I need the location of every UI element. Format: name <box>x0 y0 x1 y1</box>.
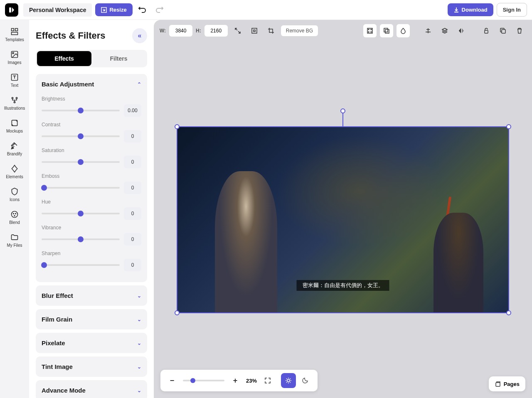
width-input[interactable] <box>169 25 192 37</box>
svg-point-19 <box>371 29 372 30</box>
zoom-out-button[interactable]: − <box>165 374 179 387</box>
svg-rect-24 <box>485 30 488 33</box>
crop-icon[interactable] <box>264 24 278 37</box>
nav-blend[interactable]: Blend <box>2 207 27 228</box>
sharpen-value[interactable]: 0 <box>124 259 141 271</box>
vibrance-label: Vibrance <box>42 225 141 231</box>
section-blur-header[interactable]: Blur Effect ⌄ <box>36 285 147 306</box>
svg-rect-4 <box>12 32 18 35</box>
fit-icon[interactable] <box>248 24 261 37</box>
light-mode-button[interactable] <box>281 373 296 388</box>
effects-panel: Effects & Filters « Effects Filters Basi… <box>29 20 154 398</box>
nav-icons[interactable]: Icons <box>2 184 27 205</box>
download-button[interactable]: Download <box>448 3 493 16</box>
align-icon[interactable] <box>421 24 435 37</box>
brightness-slider[interactable] <box>42 110 120 111</box>
resize-handle-tl[interactable] <box>175 124 180 129</box>
emboss-slider[interactable] <box>42 187 120 189</box>
svg-point-21 <box>371 32 372 32</box>
flip-icon[interactable] <box>455 24 468 37</box>
emboss-value[interactable]: 0 <box>124 182 141 194</box>
section-advance-header[interactable]: Advance Mode ⌄ <box>36 380 147 398</box>
section-pixelate-header[interactable]: Pixelate ⌄ <box>36 333 147 353</box>
section-tint-header[interactable]: Tint Image ⌄ <box>36 356 147 377</box>
emboss-label: Emboss <box>42 173 141 179</box>
saturation-value[interactable]: 0 <box>124 156 141 168</box>
sharpen-slider[interactable] <box>42 264 120 266</box>
copy-icon[interactable] <box>496 24 510 37</box>
rotate-handle[interactable] <box>340 108 345 113</box>
workspace-selector[interactable]: Personal Workspace <box>23 3 92 17</box>
resize-button[interactable]: Resize <box>95 3 132 16</box>
section-basic-adjustment: Basic Adjustment ⌃ Brightness 0.00 Contr… <box>36 74 147 282</box>
hue-value[interactable]: 0 <box>124 207 141 220</box>
tab-filters[interactable]: Filters <box>91 51 146 66</box>
section-blur: Blur Effect ⌄ <box>36 285 147 306</box>
section-grain-header[interactable]: Film Grain ⌄ <box>36 309 147 329</box>
zoom-slider[interactable] <box>183 380 224 381</box>
layers-icon[interactable] <box>438 24 451 37</box>
svg-point-10 <box>14 101 15 103</box>
tab-effects[interactable]: Effects <box>37 51 91 66</box>
dark-mode-button[interactable] <box>298 373 313 388</box>
delete-icon[interactable] <box>513 24 526 37</box>
zoom-in-button[interactable]: + <box>229 374 242 387</box>
nav-mockups[interactable]: Mockups <box>2 115 27 137</box>
nav-text[interactable]: Text <box>2 70 27 91</box>
pages-icon <box>495 381 501 387</box>
chevron-down-icon: ⌄ <box>137 293 141 299</box>
image-subtitle: 密米爾：自由是有代價的，女王。 <box>297 280 389 291</box>
contrast-value[interactable]: 0 <box>124 130 141 142</box>
section-pixelate: Pixelate ⌄ <box>36 333 147 353</box>
duplicate-icon[interactable] <box>380 24 393 37</box>
app-logo[interactable] <box>5 3 18 17</box>
width-label: W: <box>160 28 166 34</box>
vibrance-slider[interactable] <box>42 238 120 240</box>
resize-handle-tr[interactable] <box>506 124 511 129</box>
svg-point-6 <box>12 52 14 54</box>
nav-templates[interactable]: Templates <box>2 24 27 45</box>
collapse-panel-button[interactable]: « <box>132 28 147 43</box>
opacity-icon[interactable] <box>397 24 410 37</box>
hue-label: Hue <box>42 199 141 205</box>
saturation-label: Saturation <box>42 147 141 153</box>
fullscreen-icon[interactable] <box>261 374 274 387</box>
lock-icon[interactable] <box>480 24 493 37</box>
left-nav: Templates Images Text Illustrations Mock… <box>0 20 29 398</box>
nav-brandify[interactable]: Brandify <box>2 138 27 160</box>
undo-button[interactable] <box>136 4 149 16</box>
hue-slider[interactable] <box>42 213 120 214</box>
section-grain: Film Grain ⌄ <box>36 309 147 329</box>
expand-icon[interactable] <box>231 24 244 37</box>
section-basic-header[interactable]: Basic Adjustment ⌃ <box>36 74 147 94</box>
svg-point-26 <box>287 379 290 382</box>
vibrance-value[interactable]: 0 <box>124 233 141 246</box>
nav-myfiles[interactable]: My Files <box>2 230 27 251</box>
selected-image[interactable]: 密米爾：自由是有代價的，女王。 <box>177 126 509 313</box>
nav-elements[interactable]: Elements <box>2 161 27 182</box>
nav-illustrations[interactable]: Illustrations <box>2 93 27 114</box>
svg-rect-23 <box>385 29 389 33</box>
saturation-slider[interactable] <box>42 161 120 163</box>
contrast-slider[interactable] <box>42 135 120 137</box>
svg-point-20 <box>368 32 369 32</box>
brightness-label: Brightness <box>42 96 141 102</box>
position-icon[interactable] <box>363 24 377 37</box>
moon-icon <box>301 377 309 384</box>
svg-rect-27 <box>496 383 500 386</box>
brightness-value[interactable]: 0.00 <box>124 104 141 117</box>
redo-button[interactable] <box>153 4 166 16</box>
download-label: Download <box>462 7 488 13</box>
signin-button[interactable]: Sign In <box>497 3 527 17</box>
svg-point-18 <box>368 29 369 30</box>
height-input[interactable] <box>204 25 228 37</box>
nav-images[interactable]: Images <box>2 47 27 68</box>
pages-button[interactable]: Pages <box>489 376 525 391</box>
resize-handle-bl[interactable] <box>175 310 180 315</box>
svg-point-9 <box>16 97 17 98</box>
sharpen-label: Sharpen <box>42 251 141 256</box>
chevron-down-icon: ⌄ <box>137 340 141 346</box>
canvas-viewport[interactable]: 密米爾：自由是有代價的，女王。 <box>154 42 532 398</box>
resize-handle-br[interactable] <box>506 310 511 315</box>
remove-bg-button[interactable]: Remove BG <box>281 25 318 36</box>
